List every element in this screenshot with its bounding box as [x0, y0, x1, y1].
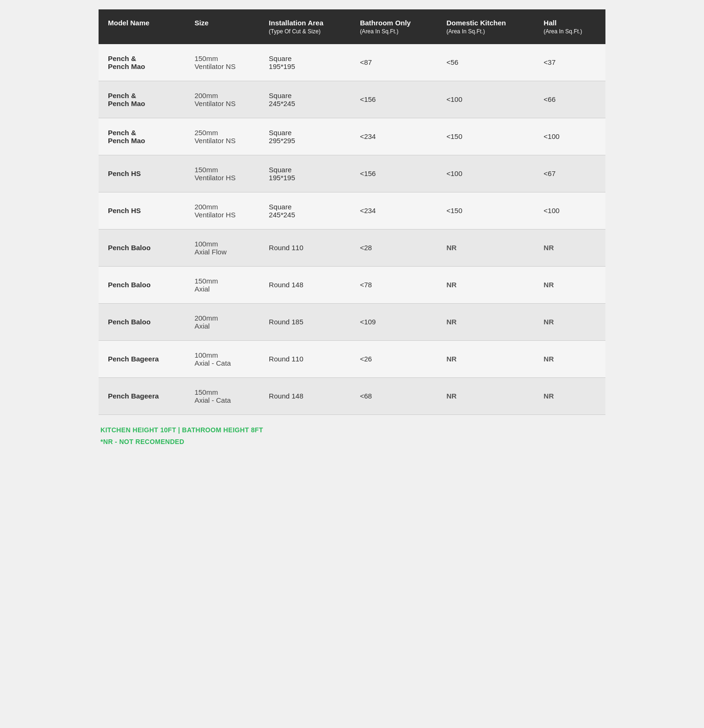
cell-hall: <66 [534, 81, 605, 118]
cell-kitchen: <150 [437, 118, 534, 155]
cell-model-name: Pench Baloo [99, 229, 185, 266]
header-model-name-label: Model Name [108, 19, 149, 27]
size-line-1: 250mm [194, 129, 218, 137]
header-hall-label: Hall [543, 19, 557, 27]
model-line-1: Pench & [108, 129, 136, 137]
cell-bathroom: <26 [351, 340, 437, 377]
size-line-2: Axial - Cata [194, 359, 231, 367]
cell-installation: Round 185 [260, 303, 351, 340]
install-line-1: Square [269, 92, 291, 100]
cell-kitchen: <56 [437, 44, 534, 81]
install-line-1: Round 110 [269, 244, 303, 252]
header-installation-area: Installation Area (Type Of Cut & Size) [260, 9, 351, 44]
size-line-1: 150mm [194, 277, 218, 285]
cell-model-name: Pench &Pench Mao [99, 81, 185, 118]
cell-model-name: Pench Baloo [99, 266, 185, 303]
cell-kitchen: NR [437, 303, 534, 340]
size-line-1: 150mm [194, 388, 218, 396]
cell-size: 200mmVentilator HS [185, 192, 259, 229]
header-size-label: Size [194, 19, 208, 27]
header-size: Size [185, 9, 259, 44]
cell-bathroom: <78 [351, 266, 437, 303]
cell-installation: Square245*245 [260, 192, 351, 229]
cell-hall: NR [534, 266, 605, 303]
cell-hall: <100 [534, 118, 605, 155]
cell-bathroom: <156 [351, 155, 437, 192]
cell-bathroom: <87 [351, 44, 437, 81]
cell-kitchen: NR [437, 340, 534, 377]
header-hall-sub: (Area In Sq.Ft.) [543, 28, 596, 36]
cell-bathroom: <234 [351, 192, 437, 229]
size-line-1: 100mm [194, 351, 218, 359]
install-line-1: Square [269, 203, 291, 211]
cell-hall: <37 [534, 44, 605, 81]
cell-size: 150mmAxial - Cata [185, 377, 259, 414]
header-bathroom-only: Bathroom Only (Area In Sq.Ft.) [351, 9, 437, 44]
header-kitchen-sub: (Area In Sq.Ft.) [446, 28, 525, 36]
cell-bathroom: <234 [351, 118, 437, 155]
cell-installation: Square195*195 [260, 155, 351, 192]
install-line-2: 245*245 [269, 100, 295, 107]
cell-bathroom: <109 [351, 303, 437, 340]
table-row: Pench Baloo 200mmAxial Round 185 <109 NR… [99, 303, 605, 340]
install-line-1: Round 148 [269, 281, 303, 289]
install-line-2: 195*195 [269, 174, 295, 182]
header-bathroom-sub: (Area In Sq.Ft.) [360, 28, 428, 36]
footnotes-section: KITCHEN HEIGHT 10FT | BATHROOM HEIGHT 8F… [99, 424, 605, 448]
cell-kitchen: <150 [437, 192, 534, 229]
cell-size: 150mmVentilator HS [185, 155, 259, 192]
cell-model-name: Pench Bageera [99, 340, 185, 377]
size-line-1: 150mm [194, 166, 218, 174]
cell-model-name: Pench &Pench Mao [99, 118, 185, 155]
cell-installation: Square245*245 [260, 81, 351, 118]
cell-model-name: Pench Baloo [99, 303, 185, 340]
model-line-2: Pench Mao [108, 137, 145, 145]
size-line-2: Axial Flow [194, 248, 226, 256]
cell-bathroom: <28 [351, 229, 437, 266]
table-row: Pench &Pench Mao 250mmVentilator NS Squa… [99, 118, 605, 155]
install-line-1: Square [269, 129, 291, 137]
model-line-1: Pench & [108, 54, 136, 62]
table-row: Pench Bageera 100mmAxial - Cata Round 11… [99, 340, 605, 377]
header-bathroom-label: Bathroom Only [360, 19, 411, 27]
cell-model-name: Pench HS [99, 155, 185, 192]
cell-hall: NR [534, 229, 605, 266]
model-line-2: Pench Mao [108, 62, 145, 70]
model-line-1: Pench & [108, 92, 136, 100]
size-line-2: Axial - Cata [194, 396, 231, 404]
cell-hall: NR [534, 377, 605, 414]
cell-kitchen: NR [437, 266, 534, 303]
install-line-2: 195*195 [269, 62, 295, 70]
cell-size: 200mmAxial [185, 303, 259, 340]
footnote-2: *NR - NOT RECOMENDED [100, 436, 604, 448]
model-line-1: Pench HS [108, 207, 141, 215]
cell-model-name: Pench HS [99, 192, 185, 229]
cell-hall: <67 [534, 155, 605, 192]
size-line-2: Axial [194, 322, 210, 330]
table-header-row: Model Name Size Installation Area (Type … [99, 9, 605, 44]
cell-kitchen: NR [437, 229, 534, 266]
header-domestic-kitchen: Domestic Kitchen (Area In Sq.Ft.) [437, 9, 534, 44]
header-installation-label: Installation Area [269, 19, 323, 27]
size-line-1: 200mm [194, 314, 218, 322]
table-row: Pench Bageera 150mmAxial - Cata Round 14… [99, 377, 605, 414]
table-row: Pench &Pench Mao 200mmVentilator NS Squa… [99, 81, 605, 118]
model-line-1: Pench Bageera [108, 355, 159, 363]
header-model-name: Model Name [99, 9, 185, 44]
cell-bathroom: <156 [351, 81, 437, 118]
product-table: Model Name Size Installation Area (Type … [99, 9, 605, 415]
cell-installation: Square295*295 [260, 118, 351, 155]
table-row: Pench Baloo 100mmAxial Flow Round 110 <2… [99, 229, 605, 266]
size-line-1: 150mm [194, 54, 218, 62]
install-line-1: Square [269, 54, 291, 62]
footnote-1: KITCHEN HEIGHT 10FT | BATHROOM HEIGHT 8F… [100, 424, 604, 436]
cell-size: 150mmAxial [185, 266, 259, 303]
model-line-1: Pench HS [108, 169, 141, 177]
cell-installation: Round 110 [260, 340, 351, 377]
install-line-2: 295*295 [269, 137, 295, 145]
cell-hall: NR [534, 303, 605, 340]
model-line-1: Pench Baloo [108, 318, 151, 326]
cell-kitchen: NR [437, 377, 534, 414]
model-line-1: Pench Bageera [108, 392, 159, 400]
table-row: Pench HS 150mmVentilator HS Square195*19… [99, 155, 605, 192]
